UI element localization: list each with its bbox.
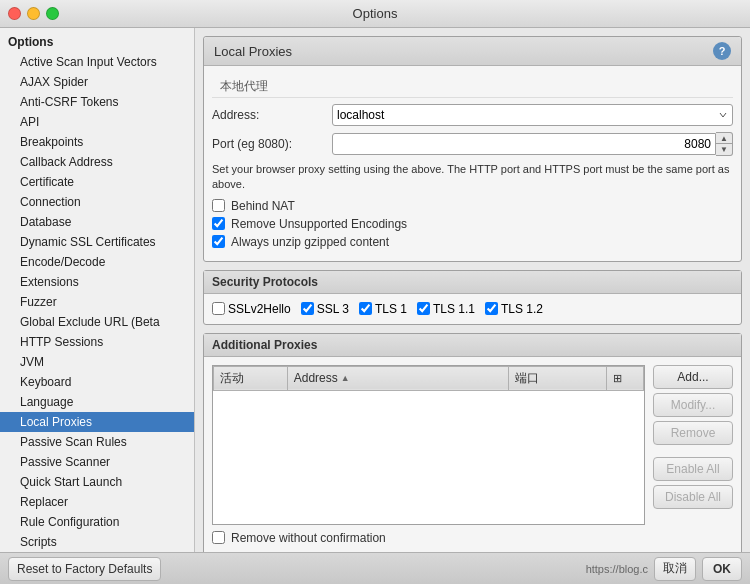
security-protocols-body: SSLv2Hello SSL 3 TLS 1 TLS 1.1 [204, 294, 741, 324]
additional-proxies-panel: Additional Proxies 活动 [203, 333, 742, 552]
behind-nat-label: Behind NAT [231, 199, 295, 213]
chinese-label: 本地代理 [212, 74, 733, 98]
remove-button[interactable]: Remove [653, 421, 733, 445]
sidebar-item-passive-scanner[interactable]: Passive Scanner [0, 452, 194, 472]
tls1-checkbox[interactable] [359, 302, 372, 315]
bottom-left: Reset to Factory Defaults [8, 557, 161, 581]
remove-confirm-row: Remove without confirmation [212, 531, 645, 545]
sidebar-item-dynamic-ssl[interactable]: Dynamic SSL Certificates [0, 232, 194, 252]
sidebar-item-api[interactable]: API [0, 112, 194, 132]
behind-nat-checkbox[interactable] [212, 199, 225, 212]
address-row: Address: localhost [212, 104, 733, 126]
remove-without-confirm-label: Remove without confirmation [231, 531, 386, 545]
url-preview: https://blog.c [586, 563, 648, 575]
tls12-checkbox[interactable] [485, 302, 498, 315]
tls1-item: TLS 1 [359, 302, 407, 316]
sidebar-item-breakpoints[interactable]: Breakpoints [0, 132, 194, 152]
sidebar-item-language[interactable]: Language [0, 392, 194, 412]
address-input-wrapper: localhost [332, 104, 733, 126]
additional-proxies-body: 活动 Address ▲ 端口 ⊞ [204, 357, 741, 552]
sidebar-item-database[interactable]: Database [0, 212, 194, 232]
disable-all-button[interactable]: Disable All [653, 485, 733, 509]
unzip-content-label: Always unzip gzipped content [231, 235, 389, 249]
tls11-label: TLS 1.1 [433, 302, 475, 316]
port-input-wrapper: ▲ ▼ [332, 132, 733, 156]
port-up[interactable]: ▲ [716, 133, 732, 144]
proxy-table-area[interactable]: 活动 Address ▲ 端口 ⊞ [212, 365, 645, 525]
title-bar: Options [0, 0, 750, 28]
address-select[interactable]: localhost [332, 104, 733, 126]
minimize-button[interactable] [27, 7, 40, 20]
port-row: Port (eg 8080): ▲ ▼ [212, 132, 733, 156]
port-down[interactable]: ▼ [716, 144, 732, 155]
security-protocols-title: Security Protocols [204, 271, 741, 294]
reset-factory-button[interactable]: Reset to Factory Defaults [8, 557, 161, 581]
sidebar-item-fuzzer[interactable]: Fuzzer [0, 292, 194, 312]
sidebar-item-quick-start[interactable]: Quick Start Launch [0, 472, 194, 492]
ssl3-item: SSL 3 [301, 302, 349, 316]
address-label: Address: [212, 108, 332, 122]
col-port: 端口 [508, 366, 606, 390]
sidebar-parent-options: Options [0, 32, 194, 52]
zoom-button[interactable] [46, 7, 59, 20]
sidebar-item-replacer[interactable]: Replacer [0, 492, 194, 512]
remove-encodings-label: Remove Unsupported Encodings [231, 217, 407, 231]
sidebar-item-http-sessions[interactable]: HTTP Sessions [0, 332, 194, 352]
port-spinner: ▲ ▼ [716, 132, 733, 156]
sidebar-item-scripts[interactable]: Scripts [0, 532, 194, 552]
bottom-bar: Reset to Factory Defaults https://blog.c… [0, 552, 750, 584]
address-sort-label: Address ▲ [294, 371, 350, 385]
col-extra: ⊞ [607, 366, 644, 390]
tls11-item: TLS 1.1 [417, 302, 475, 316]
sidebar-item-rule-config[interactable]: Rule Configuration [0, 512, 194, 532]
tls1-label: TLS 1 [375, 302, 407, 316]
sidebar-item-local-proxies[interactable]: Local Proxies [0, 412, 194, 432]
col-address[interactable]: Address ▲ [287, 366, 508, 390]
unzip-content-checkbox[interactable] [212, 235, 225, 248]
tls11-checkbox[interactable] [417, 302, 430, 315]
tls12-item: TLS 1.2 [485, 302, 543, 316]
local-proxies-panel: Local Proxies ? 本地代理 Address: localhost … [203, 36, 742, 262]
remove-encodings-checkbox[interactable] [212, 217, 225, 230]
close-button[interactable] [8, 7, 21, 20]
sidebar-item-connection[interactable]: Connection [0, 192, 194, 212]
sort-arrow-up: ▲ [341, 373, 350, 383]
sidebar-item-keyboard[interactable]: Keyboard [0, 372, 194, 392]
proxy-table: 活动 Address ▲ 端口 ⊞ [213, 366, 644, 391]
enable-all-button[interactable]: Enable All [653, 457, 733, 481]
additional-proxies-title: Additional Proxies [204, 334, 741, 357]
ssl3-label: SSL 3 [317, 302, 349, 316]
col-active: 活动 [214, 366, 288, 390]
cancel-button[interactable]: 取消 [654, 557, 696, 581]
sidebar-item-global-exclude[interactable]: Global Exclude URL (Beta [0, 312, 194, 332]
proxy-table-buttons: Add... Modify... Remove Enable All Disab… [653, 365, 733, 549]
ssl3-checkbox[interactable] [301, 302, 314, 315]
content-area: Local Proxies ? 本地代理 Address: localhost … [195, 28, 750, 552]
sidebar-item-anti-csrf[interactable]: Anti-CSRF Tokens [0, 92, 194, 112]
protocols-row: SSLv2Hello SSL 3 TLS 1 TLS 1.1 [212, 302, 733, 316]
ok-button[interactable]: OK [702, 557, 742, 581]
sslv2hello-checkbox[interactable] [212, 302, 225, 315]
sidebar-item-extensions[interactable]: Extensions [0, 272, 194, 292]
add-button[interactable]: Add... [653, 365, 733, 389]
remove-without-confirm-checkbox[interactable] [212, 531, 225, 544]
local-proxies-body: 本地代理 Address: localhost Port (eg 8080): [204, 66, 741, 261]
sidebar-item-ajax-spider[interactable]: AJAX Spider [0, 72, 194, 92]
bottom-right: https://blog.c 取消 OK [586, 557, 742, 581]
port-input[interactable] [332, 133, 716, 155]
remove-encodings-row: Remove Unsupported Encodings [212, 217, 733, 231]
sidebar-item-callback-address[interactable]: Callback Address [0, 152, 194, 172]
sidebar-item-jvm[interactable]: JVM [0, 352, 194, 372]
proxy-info-text: Set your browser proxy setting using the… [212, 162, 733, 193]
sidebar: Options Active Scan Input VectorsAJAX Sp… [0, 28, 195, 552]
table-container: 活动 Address ▲ 端口 ⊞ [212, 365, 733, 549]
sidebar-item-passive-scan-rules[interactable]: Passive Scan Rules [0, 432, 194, 452]
traffic-lights [8, 7, 59, 20]
security-protocols-panel: Security Protocols SSLv2Hello SSL 3 TLS … [203, 270, 742, 325]
sidebar-item-active-scan[interactable]: Active Scan Input Vectors [0, 52, 194, 72]
sidebar-item-encode-decode[interactable]: Encode/Decode [0, 252, 194, 272]
behind-nat-row: Behind NAT [212, 199, 733, 213]
help-icon[interactable]: ? [713, 42, 731, 60]
sidebar-item-certificate[interactable]: Certificate [0, 172, 194, 192]
modify-button[interactable]: Modify... [653, 393, 733, 417]
